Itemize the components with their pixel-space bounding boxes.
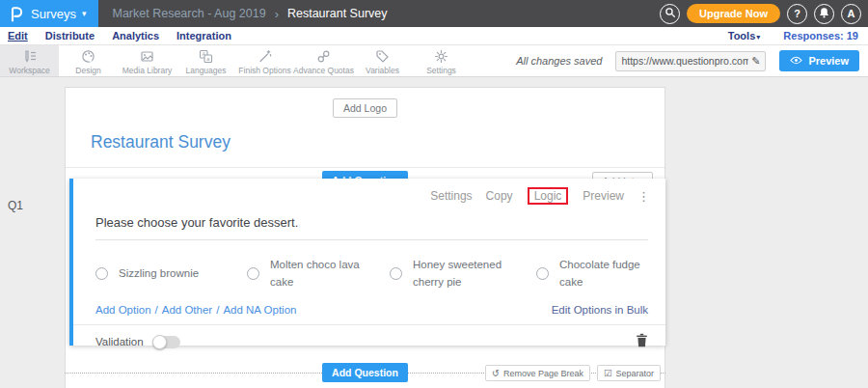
validation-label: Validation <box>95 336 144 347</box>
tool-media-library[interactable]: Media Library <box>118 45 176 76</box>
gear-icon <box>433 48 449 65</box>
question-menu: Settings Copy Logic Preview ⋮ <box>430 187 650 205</box>
radio-button[interactable] <box>247 267 259 280</box>
search-icon <box>665 7 676 20</box>
tool-label: Design <box>75 66 100 75</box>
image-icon <box>139 48 155 65</box>
preview-button[interactable]: Preview <box>779 50 859 71</box>
add-question-button-bottom[interactable]: Add Question <box>322 363 408 382</box>
tool-variables[interactable]: Variables <box>353 45 412 76</box>
tool-workspace[interactable]: Workspace <box>0 45 59 76</box>
question-copy-button[interactable]: Copy <box>486 189 513 203</box>
top-bar: Surveys ▾ Market Research - Aug 2019 › R… <box>0 0 868 27</box>
tool-settings[interactable]: Settings <box>412 45 471 76</box>
app-menu-label: Surveys <box>31 7 76 21</box>
remove-page-break-button[interactable]: ↺ Remove Page Break <box>485 365 590 381</box>
validation-toggle[interactable] <box>153 336 180 348</box>
notifications-button[interactable] <box>814 4 834 24</box>
separator-label: Separator <box>615 369 654 378</box>
breadcrumb-parent-link[interactable]: Market Research - Aug 2019 <box>113 7 266 20</box>
eye-icon <box>790 55 802 67</box>
delete-question-button[interactable] <box>636 333 648 351</box>
survey-title[interactable]: Restaurant Survey <box>91 132 665 152</box>
breadcrumb: Market Research - Aug 2019 › Restaurant … <box>113 7 388 21</box>
tab-integration[interactable]: Integration <box>176 30 231 42</box>
page-break-row: Add Question ↺ Remove Page Break ☑ Separ… <box>65 363 665 382</box>
logo-row: Add Logo <box>66 88 665 118</box>
question-logic-button[interactable]: Logic <box>528 187 569 205</box>
separator-toggle-button[interactable]: ☑ Separator <box>597 365 661 381</box>
question-text[interactable]: Please choose your favorite dessert. <box>95 215 298 230</box>
chevron-down-icon: ▾ <box>82 9 87 18</box>
tool-label: Variables <box>366 66 399 75</box>
edit-url-pencil-icon[interactable]: ✎ <box>751 55 760 68</box>
answer-option: Honey sweetened cherry pie <box>390 257 536 291</box>
tab-edit[interactable]: Edit <box>8 30 28 42</box>
toolbar-right: All changes saved ✎ Preview <box>516 45 868 76</box>
avatar[interactable]: A <box>841 4 861 24</box>
tool-label: Settings <box>426 66 456 75</box>
add-option-links: Add Option/Add Other/Add NA Option <box>95 304 296 316</box>
toggle-knob <box>152 335 167 349</box>
preview-label: Preview <box>808 55 849 67</box>
option-label[interactable]: Honey sweetened cherry pie <box>413 257 509 291</box>
trash-icon <box>636 333 648 351</box>
search-button[interactable] <box>660 4 680 24</box>
tool-finish-options[interactable]: Finish Options <box>235 45 294 76</box>
tag-icon <box>374 48 391 65</box>
checkbox-checked-icon: ☑ <box>604 368 612 378</box>
help-button[interactable]: ? <box>787 4 807 24</box>
add-option-link[interactable]: Add Option <box>95 304 151 316</box>
tool-label: Media Library <box>122 66 173 75</box>
survey-url-box: ✎ <box>615 51 766 71</box>
survey-editor-area: Q1 Add Logo Restaurant Survey Add Questi… <box>0 77 868 388</box>
tool-languages[interactable]: A a Languages <box>176 45 235 76</box>
radio-button[interactable] <box>95 267 108 280</box>
tab-distribute[interactable]: Distribute <box>45 30 95 42</box>
option-label[interactable]: Chocolate fudge cake <box>559 257 656 291</box>
breadcrumb-current: Restaurant Survey <box>287 7 388 20</box>
remove-page-break-label: Remove Page Break <box>503 369 583 378</box>
tools-menu[interactable]: Tools ▾ <box>728 30 761 42</box>
tool-label: Workspace <box>9 66 49 75</box>
tools-label: Tools <box>728 30 756 42</box>
chevron-down-icon: ▾ <box>756 33 760 42</box>
option-links-row: Add Option/Add Other/Add NA Option Edit … <box>95 304 648 316</box>
answer-option: Molten choco lava cake <box>247 257 390 291</box>
answer-option: Sizzling brownie <box>95 257 247 291</box>
palette-icon <box>80 48 96 65</box>
question-card: Settings Copy Logic Preview ⋮ Please cho… <box>69 179 665 346</box>
link-separator: / <box>155 304 158 316</box>
surveys-app-menu[interactable]: Surveys ▾ <box>0 0 98 27</box>
page-break-icon: ↺ <box>492 368 500 378</box>
question-settings-button[interactable]: Settings <box>430 189 472 203</box>
page-break-controls: ↺ Remove Page Break ☑ Separator <box>485 365 661 381</box>
workspace-icon <box>21 48 38 65</box>
option-label[interactable]: Sizzling brownie <box>119 265 199 283</box>
validation-row: Validation <box>73 324 665 351</box>
quota-links-icon <box>315 48 332 65</box>
magic-wand-icon <box>257 48 273 65</box>
questionpro-logo-icon <box>9 6 23 22</box>
survey-url-input[interactable] <box>621 55 748 67</box>
tool-label: Finish Options <box>238 66 290 75</box>
tool-label: Advance Quotas <box>293 66 354 75</box>
tool-design[interactable]: Design <box>59 45 118 76</box>
question-number-label: Q1 <box>8 199 23 212</box>
subnav-right: Tools ▾ Responses: 19 <box>728 30 858 42</box>
translate-icon: A a <box>198 48 214 65</box>
add-na-option-link[interactable]: Add NA Option <box>223 304 296 316</box>
radio-button[interactable] <box>390 267 402 280</box>
responses-link[interactable]: Responses: 19 <box>783 30 858 42</box>
question-preview-button[interactable]: Preview <box>583 189 624 203</box>
kebab-menu-icon[interactable]: ⋮ <box>637 189 650 204</box>
tab-analytics[interactable]: Analytics <box>112 30 159 42</box>
upgrade-now-button[interactable]: Upgrade Now <box>687 4 780 23</box>
option-label[interactable]: Molten choco lava cake <box>270 257 366 291</box>
topbar-actions: Upgrade Now ? A <box>660 4 868 24</box>
add-other-link[interactable]: Add Other <box>162 304 212 316</box>
edit-options-in-bulk-link[interactable]: Edit Options in Bulk <box>552 304 648 316</box>
tool-advance-quotas[interactable]: Advance Quotas <box>294 45 353 76</box>
add-logo-button[interactable]: Add Logo <box>333 98 397 118</box>
radio-button[interactable] <box>536 267 549 280</box>
